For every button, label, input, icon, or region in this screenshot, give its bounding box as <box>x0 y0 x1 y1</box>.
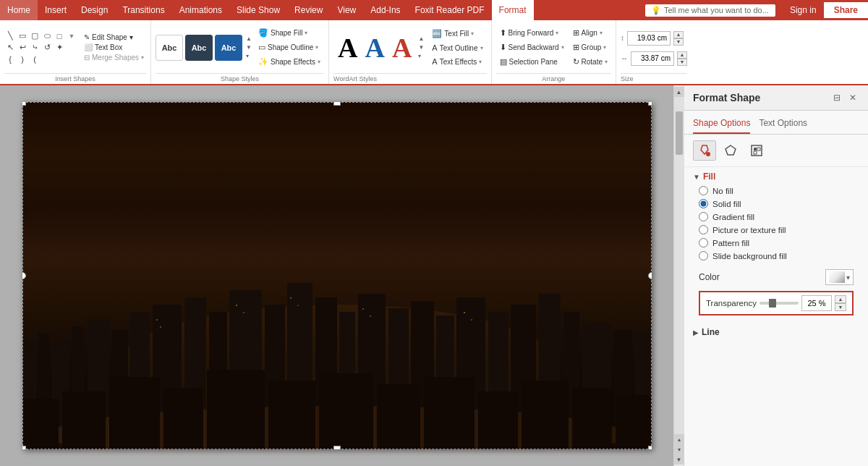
text-fill-button[interactable]: 🔤 Text Fill ▾ <box>428 27 486 41</box>
scroll-page-down-button[interactable]: ▾ <box>674 444 684 454</box>
picture-fill-option[interactable]: Picture or texture fill <box>699 225 859 234</box>
menu-view[interactable]: View <box>330 0 363 20</box>
tab-text-options[interactable]: Text Options <box>759 115 807 134</box>
effects-icon-button[interactable] <box>719 140 742 161</box>
shape-circle-icon[interactable]: ⬭ <box>41 31 53 41</box>
shape-style-2[interactable]: Abc <box>185 35 213 61</box>
transparency-increment-button[interactable]: ▲ <box>835 295 846 303</box>
shape-star-icon[interactable]: ✦ <box>54 43 65 53</box>
group-button[interactable]: ⊞ Group ▾ <box>569 41 611 54</box>
transparency-decrement-button[interactable]: ▼ <box>835 303 846 311</box>
fill-icon-button[interactable] <box>693 140 716 161</box>
shape-style-3[interactable]: Abc <box>215 35 242 61</box>
text-effects-button[interactable]: A Text Effects ▾ <box>428 55 486 68</box>
slide-canvas[interactable] <box>22 102 652 449</box>
rotate-button[interactable]: ↻ Rotate ▾ <box>569 55 611 69</box>
height-increment-button[interactable]: ▲ <box>673 31 684 38</box>
wordart-style-1[interactable]: A <box>335 34 360 62</box>
handle-bottom-left[interactable] <box>22 446 26 449</box>
menu-insert[interactable]: Insert <box>38 0 74 20</box>
menu-transitions[interactable]: Transitions <box>115 0 171 20</box>
gradient-fill-radio[interactable] <box>699 212 708 221</box>
menu-review[interactable]: Review <box>287 0 330 20</box>
wordart-style-2[interactable]: A <box>362 34 388 62</box>
menu-slideshow[interactable]: Slide Show <box>229 0 287 20</box>
transparency-slider[interactable] <box>760 302 799 305</box>
selection-pane-button[interactable]: ▤ Selection Pane <box>496 55 568 69</box>
shape-rect-icon[interactable]: ▭ <box>17 31 28 41</box>
shape-loop-icon[interactable]: ↺ <box>41 43 53 53</box>
width-input[interactable] <box>631 51 674 66</box>
handle-bottom-middle[interactable] <box>333 446 341 449</box>
search-bar[interactable]: 💡 Tell me what you want to do... <box>645 4 775 17</box>
edit-shape-button[interactable]: ✎ Edit Shape ▾ <box>82 33 146 42</box>
text-outline-button[interactable]: A Text Outline ▾ <box>428 41 486 54</box>
shape-rounded-icon[interactable]: ▢ <box>29 31 41 41</box>
scroll-down-button[interactable]: ▼ <box>674 454 684 465</box>
solid-fill-option[interactable]: Solid fill <box>699 199 859 208</box>
menu-design[interactable]: Design <box>74 0 115 20</box>
share-button[interactable]: Share <box>824 2 868 18</box>
shape-square-icon[interactable]: □ <box>54 31 65 41</box>
line-section[interactable]: ▶ Line <box>684 323 868 342</box>
handle-bottom-right[interactable] <box>648 446 652 449</box>
menu-animations[interactable]: Animations <box>172 0 229 20</box>
menu-home[interactable]: Home <box>0 0 38 20</box>
send-backward-button[interactable]: ⬇ Send Backward ▾ <box>496 41 568 54</box>
shape-fill-button[interactable]: 🪣 Shape Fill ▾ <box>255 26 324 40</box>
handle-top-left[interactable] <box>22 102 26 106</box>
height-decrement-button[interactable]: ▼ <box>673 38 684 46</box>
shape-open-bracket-icon[interactable]: ( <box>29 54 41 64</box>
shape-bracket-icon[interactable]: ) <box>17 54 28 64</box>
handle-middle-right[interactable] <box>648 272 652 279</box>
shape-down-arrow[interactable]: ▼ <box>66 31 77 41</box>
no-fill-option[interactable]: No fill <box>699 186 859 195</box>
menu-format[interactable]: Format <box>492 0 534 20</box>
transparency-input[interactable] <box>801 295 832 311</box>
handle-top-right[interactable] <box>648 102 652 106</box>
pattern-fill-radio[interactable] <box>699 238 708 247</box>
scroll-up-button[interactable]: ▲ <box>674 87 684 97</box>
shape-outline-button[interactable]: ▭ Shape Outline ▾ <box>255 41 324 54</box>
panel-close-button[interactable]: ✕ <box>846 91 859 104</box>
scroll-track[interactable] <box>674 97 684 434</box>
scroll-page-up-button[interactable]: ▴ <box>674 434 684 444</box>
wordart-scroll-up[interactable]: ▲ <box>417 35 425 43</box>
shape-style-1[interactable]: Abc <box>156 35 183 61</box>
no-fill-radio[interactable] <box>699 186 708 195</box>
slider-thumb[interactable] <box>769 299 776 308</box>
fill-section-header[interactable]: ▼ Fill <box>693 171 859 182</box>
gradient-fill-option[interactable]: Gradient fill <box>699 212 859 221</box>
merge-shapes-button[interactable]: ⊟ Merge Shapes ▾ <box>82 53 146 62</box>
width-decrement-button[interactable]: ▼ <box>677 59 687 66</box>
width-increment-button[interactable]: ▲ <box>677 51 687 59</box>
wordart-scroll-down[interactable]: ▼ <box>417 43 425 51</box>
scroll-thumb[interactable] <box>676 111 683 155</box>
shape-bent-arrow-icon[interactable]: ↩ <box>17 43 28 53</box>
shape-curved-arrow-icon[interactable]: ⤷ <box>29 43 41 53</box>
styles-scroll-down[interactable]: ▼ <box>244 43 253 51</box>
height-input[interactable] <box>627 31 671 46</box>
panel-pin-button[interactable]: ⊟ <box>830 91 843 104</box>
styles-scroll-up[interactable]: ▲ <box>244 35 253 43</box>
sign-in-button[interactable]: Sign in <box>783 2 824 18</box>
solid-fill-radio[interactable] <box>699 199 708 208</box>
shape-line-icon[interactable]: ╲ <box>4 31 16 41</box>
slide-bg-fill-option[interactable]: Slide background fill <box>699 251 859 260</box>
picture-fill-radio[interactable] <box>699 225 708 234</box>
menu-foxit[interactable]: Foxit Reader PDF <box>408 0 492 20</box>
color-picker[interactable]: ▾ <box>825 269 854 285</box>
handle-top-middle[interactable] <box>333 102 341 106</box>
shape-arrow-icon[interactable]: ↖ <box>4 43 16 53</box>
wordart-expand[interactable]: ▾ <box>417 52 425 60</box>
shape-brace-icon[interactable]: { <box>4 54 16 64</box>
tab-shape-options[interactable]: Shape Options <box>693 115 750 134</box>
size-icon-button[interactable] <box>745 140 768 161</box>
menu-addins[interactable]: Add-Ins <box>363 0 407 20</box>
shape-effects-button[interactable]: ✨ Shape Effects ▾ <box>255 55 324 69</box>
text-box-button[interactable]: ⬜ Text Box <box>82 43 146 52</box>
wordart-style-3[interactable]: A <box>389 34 414 62</box>
slide-bg-fill-radio[interactable] <box>699 251 708 260</box>
pattern-fill-option[interactable]: Pattern fill <box>699 238 859 247</box>
bring-forward-button[interactable]: ⬆ Bring Forward ▾ <box>496 26 568 40</box>
